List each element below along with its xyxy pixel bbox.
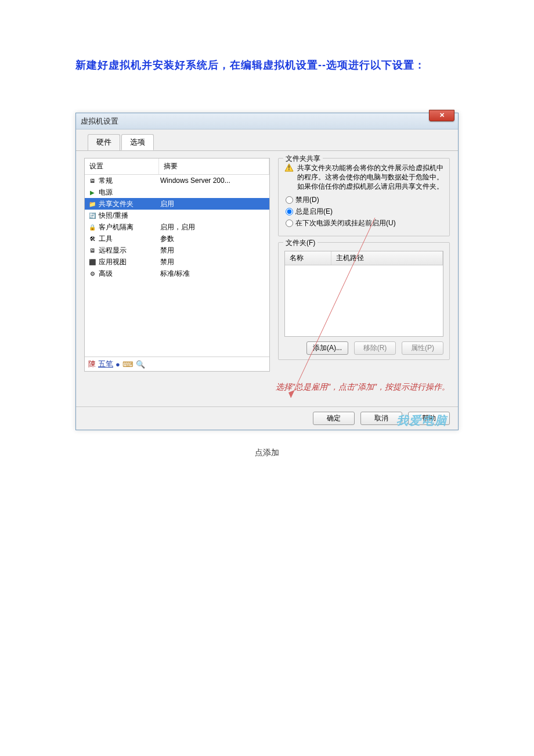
radio-until-poweroff[interactable]: 在下次电源关闭或挂起前启用(U) [286,218,443,228]
ime-dot-icon: ● [116,360,120,369]
svg-text:!: ! [288,165,290,171]
list-item[interactable]: 共享文件夹启用 [85,198,269,210]
col-setting: 设置 [85,159,159,174]
list-item-label: 电源 [98,188,158,197]
ic-remote-icon [87,247,98,254]
list-item-label: 快照/重播 [98,211,158,221]
list-item-summary: 参数 [158,234,269,244]
ic-tools-icon [87,235,98,242]
list-item[interactable]: 常规Windows Server 200... [85,175,269,186]
dialog-footer: 确定 取消 帮助 我爱电脑 [76,406,458,430]
sharing-group-title: 文件夹共享 [283,154,323,164]
ic-adv-icon [87,270,98,277]
list-item[interactable]: 应用视图禁用 [85,256,269,268]
ic-folder-icon [87,200,98,207]
folder-sharing-group: 文件夹共享 ! 共享文件夹功能将会将你的文件展示给虚拟机中的程序。这将会使你的电… [278,158,450,236]
list-item-label: 远程显示 [98,246,158,255]
annotation-text: 选择"总是雇用"，点击"添加"，按提示进行操作。 [276,382,450,393]
page-heading: 新建好虚拟机并安装好系统后，在编辑虚拟机设置--选项进行以下设置： [75,58,459,72]
list-item-summary: 禁用 [158,246,269,255]
list-item[interactable]: 工具参数 [85,233,269,244]
ok-button[interactable]: 确定 [313,412,355,425]
list-item-label: 共享文件夹 [98,199,158,209]
dialog-title: 虚拟机设置 [81,116,118,127]
list-item[interactable]: 远程显示禁用 [85,244,269,256]
folders-col-path: 主机路径 [331,251,443,265]
ime-chen: 陳 [88,359,96,369]
warning-icon: ! [284,163,294,172]
radio-until-input[interactable] [286,219,293,227]
list-item-summary: Windows Server 200... [158,177,269,185]
vm-settings-dialog: 虚拟机设置 ✕ 硬件 选项 设置 摘要 常规Windows Server 200… [75,113,459,430]
right-pane: 文件夹共享 ! 共享文件夹功能将会将你的文件展示给虚拟机中的程序。这将会使你的电… [278,158,450,372]
ime-search-icon: 🔍 [136,360,145,369]
list-item-summary: 禁用 [158,257,269,267]
dialog-titlebar: 虚拟机设置 ✕ [76,113,458,129]
ic-app-icon [87,258,98,265]
folders-group: 文件夹(F) 名称 主机路径 添加(A)... 移除(R) 属性(P) [278,242,450,360]
list-item[interactable]: 客户机隔离启用，启用 [85,221,269,233]
settings-list: 设置 摘要 常规Windows Server 200...电源共享文件夹启用快照… [84,158,270,372]
list-item-label: 应用视图 [98,257,158,267]
add-button[interactable]: 添加(A)... [306,341,348,355]
list-item-summary: 标准/标准 [158,269,269,279]
list-item-summary: 启用，启用 [158,222,269,232]
tab-hardware[interactable]: 硬件 [88,134,120,150]
list-item[interactable]: 高级标准/标准 [85,268,269,279]
list-item-label: 工具 [98,234,158,244]
ic-lock-icon [87,224,98,231]
radio-disabled[interactable]: 禁用(D) [286,195,443,205]
properties-button[interactable]: 属性(P) [402,341,443,355]
radio-disabled-input[interactable] [286,196,293,204]
list-item-label: 高级 [98,269,158,279]
watermark: 我爱电脑 [396,413,448,429]
warning-text: 共享文件夹功能将会将你的文件展示给虚拟机中的程序。这将会使你的电脑与数据处于危险… [297,163,443,192]
radio-until-label: 在下次电源关闭或挂起前启用(U) [295,218,396,228]
ime-indicator: 陳 五笔 ● ⌨ 🔍 [85,357,269,371]
ime-wubi: 五笔 [98,359,113,369]
tab-options[interactable]: 选项 [121,134,154,150]
radio-always[interactable]: 总是启用(E) [286,207,443,217]
list-item-summary: 启用 [158,199,269,209]
folders-col-name: 名称 [285,251,331,265]
list-item[interactable]: 快照/重播 [85,210,269,221]
remove-button[interactable]: 移除(R) [354,341,396,355]
ic-monitor-icon [87,177,98,184]
list-item-label: 常规 [98,176,158,186]
list-header: 设置 摘要 [85,159,269,175]
radio-always-label: 总是启用(E) [295,207,333,217]
ime-keyboard-icon: ⌨ [122,360,134,369]
radio-disabled-label: 禁用(D) [295,195,319,205]
folders-group-title: 文件夹(F) [283,238,317,248]
folders-table: 名称 主机路径 [284,251,443,337]
list-item[interactable]: 电源 [85,186,269,198]
close-button[interactable]: ✕ [429,110,454,121]
radio-always-input[interactable] [286,208,293,215]
caption: 点添加 [75,448,459,458]
tab-row: 硬件 选项 [76,129,458,151]
col-summary: 摘要 [159,159,269,174]
list-item-label: 客户机隔离 [98,222,158,232]
ic-play-icon [87,189,98,196]
ic-refresh-icon [87,212,98,219]
